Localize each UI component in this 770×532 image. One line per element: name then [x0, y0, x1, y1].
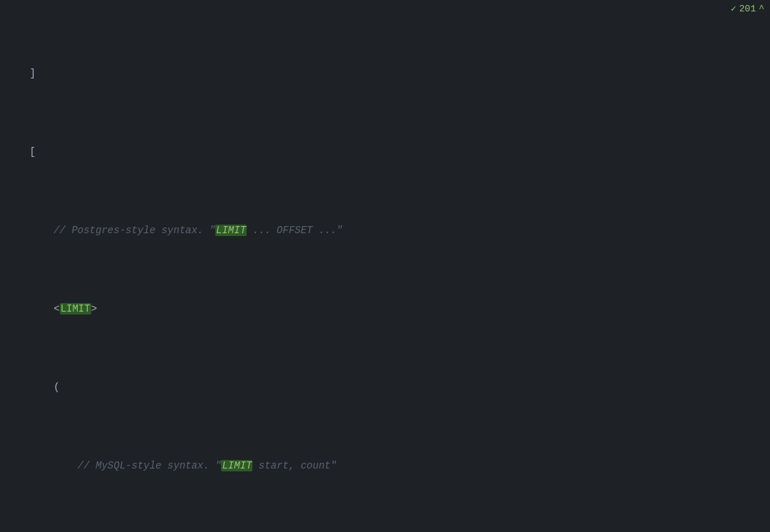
code-line: // MySQL-style syntax. "LIMIT start, cou…: [0, 458, 770, 474]
checkmark-icon: ✓: [731, 3, 736, 14]
code-line: // Postgres-style syntax. "LIMIT ... OFF…: [0, 222, 770, 238]
chevron-up-icon: ^: [759, 4, 764, 14]
top-bar: ✓ 201 ^: [725, 0, 770, 17]
code-area: ] [ // Postgres-style syntax. "LIMIT ...…: [0, 0, 770, 532]
code-line: (: [0, 379, 770, 395]
code-line: ]: [0, 66, 770, 81]
editor-container: ✓ 201 ^ ] [ // Postgres-style syntax. "L…: [0, 0, 770, 532]
line-count: 201: [739, 4, 756, 14]
code-line: <LIMIT>: [0, 301, 770, 317]
code-line: [: [0, 144, 770, 160]
